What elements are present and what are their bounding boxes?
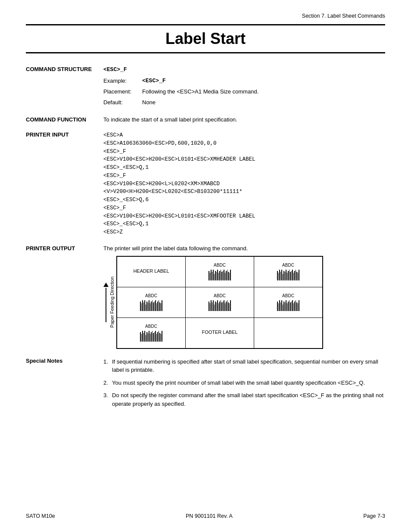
page-title: Label Start <box>26 30 385 48</box>
feed-direction-label: Paper Feeding Direction <box>109 277 115 328</box>
barcode-label: ABDC <box>214 263 226 268</box>
barcode-label: ABDC <box>282 293 294 298</box>
cell-title: HEADER LABEL <box>133 268 169 274</box>
special-notes-row: Special Notes 1. If sequential numbering… <box>26 355 385 415</box>
label-cell-3-3 <box>254 318 322 348</box>
default-label: Default: <box>103 97 142 108</box>
printer-input-row: PRINTER INPUT <ESC>A <ESC>A106363060<ESC… <box>26 129 385 239</box>
note-num-1: 1. <box>103 358 112 374</box>
label-cell-1-1: HEADER LABEL <box>117 257 186 287</box>
barcode <box>277 299 299 311</box>
page-footer: SATO M10e PN 9001101 Rev. A Page 7-3 <box>26 513 385 519</box>
note-2: 2. You must specify the print noumber of… <box>103 379 385 387</box>
footer-center: PN 9001101 Rev. A <box>186 513 233 519</box>
printer-input-label: PRINTER INPUT <box>26 129 103 239</box>
cmd-example-row: Example: <ESC>_F <box>103 75 385 86</box>
page-title-section: Label Start <box>26 24 385 53</box>
footer-left: SATO M10e <box>26 513 55 519</box>
label-cell-1-2: ABDC <box>186 257 254 287</box>
default-value: None <box>142 97 385 108</box>
label-grid: HEADER LABEL ABDC ABDC <box>116 256 323 349</box>
label-cell-2-3: ABDC <box>254 287 322 317</box>
printer-input-code: <ESC>A <ESC>A106363060<ESC>PD,600,1020,0… <box>103 131 385 236</box>
section-label: Section 7. Label Sheet Commands <box>26 13 385 19</box>
cmd-default-row: Default: None <box>103 97 385 108</box>
notes-list: 1. If sequential numbering is specified … <box>103 358 385 408</box>
footer-right: Page 7-3 <box>363 513 385 519</box>
example-value: <ESC>_F <box>142 75 385 86</box>
cmd-function-value: To indicate the start of a small label p… <box>103 114 385 125</box>
label-cell-3-2: FOOTER LABEL <box>186 318 254 348</box>
note-1: 1. If sequential numbering is specified … <box>103 358 385 374</box>
printer-output-text: The printer will print the label data fo… <box>103 245 385 252</box>
barcode-label: ABDC <box>145 293 157 298</box>
printer-input-value: <ESC>A <ESC>A106363060<ESC>PD,600,1020,0… <box>103 129 385 239</box>
content-table: COMMAND STRUCTURE <ESC>_F Example: <ESC>… <box>26 64 385 414</box>
printer-output-row: PRINTER OUTPUT The printer will print th… <box>26 243 385 351</box>
barcode-label: ABDC <box>282 263 294 268</box>
cmd-function-label: COMMAND FUNCTION <box>26 114 103 125</box>
barcode <box>140 299 162 311</box>
barcode <box>140 330 162 342</box>
cmd-structure-main: <ESC>_F <box>103 66 127 73</box>
note-num-3: 3. <box>103 391 112 408</box>
command-function-row: COMMAND FUNCTION To indicate the start o… <box>26 114 385 125</box>
special-notes-value: 1. If sequential numbering is specified … <box>103 355 385 415</box>
placement-label: Placement: <box>103 86 142 97</box>
label-cell-1-3: ABDC <box>254 257 322 287</box>
arrow-line <box>106 288 106 322</box>
label-diagram: Paper Feeding Direction HEADER LABEL ABD… <box>103 256 385 349</box>
barcode-label: ABDC <box>145 324 157 329</box>
arrow-head <box>103 283 109 287</box>
label-cell-3-1: ABDC <box>117 318 186 348</box>
label-row-1: HEADER LABEL ABDC ABDC <box>117 257 322 287</box>
note-text-2: You must specify the print noumber of sm… <box>112 379 385 387</box>
printer-output-label: PRINTER OUTPUT <box>26 243 103 351</box>
cell-title: FOOTER LABEL <box>202 330 237 335</box>
note-num-2: 2. <box>103 379 112 387</box>
note-text-3: Do not specify the register command afte… <box>112 391 385 408</box>
cmd-structure-label: COMMAND STRUCTURE <box>26 64 103 110</box>
command-structure-row: COMMAND STRUCTURE <ESC>_F Example: <ESC>… <box>26 64 385 110</box>
feed-arrow <box>103 283 109 322</box>
barcode-label: ABDC <box>214 293 226 298</box>
label-cell-2-2: ABDC <box>186 287 254 317</box>
special-notes-label: Special Notes <box>26 355 103 415</box>
printer-output-value: The printer will print the label data fo… <box>103 243 385 351</box>
barcode <box>277 268 299 280</box>
label-cell-2-1: ABDC <box>117 287 186 317</box>
note-text-1: If sequential numbering is specified aft… <box>112 358 385 374</box>
label-row-3: ABDC FOOTER LABEL <box>117 318 322 348</box>
example-label: Example: <box>103 75 142 86</box>
note-3: 3. Do not specify the register command a… <box>103 391 385 408</box>
barcode <box>209 299 231 311</box>
placement-value: Following the <ESC>A1 Media Size command… <box>142 86 385 97</box>
cmd-structure-value: <ESC>_F Example: <ESC>_F Placement: Foll… <box>103 64 385 110</box>
barcode <box>209 268 231 280</box>
cmd-placement-row: Placement: Following the <ESC>A1 Media S… <box>103 86 385 97</box>
label-row-2: ABDC ABDC <box>117 287 322 318</box>
